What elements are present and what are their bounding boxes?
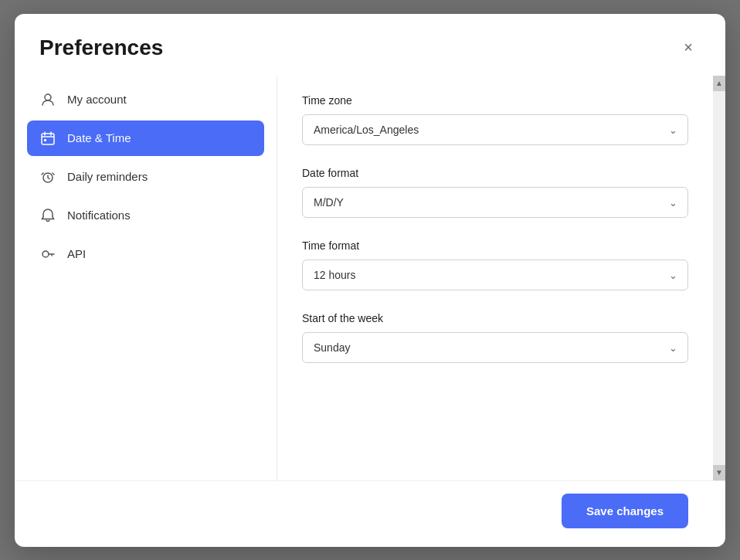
sidebar-label-api: API bbox=[67, 247, 86, 260]
sidebar-label-notifications: Notifications bbox=[67, 209, 131, 222]
bell-icon bbox=[39, 207, 56, 224]
timezone-label: Time zone bbox=[302, 94, 688, 107]
sidebar-item-api[interactable]: API bbox=[27, 236, 264, 272]
sidebar-label-daily-reminders: Daily reminders bbox=[67, 170, 148, 183]
sidebar-item-notifications[interactable]: Notifications bbox=[27, 198, 264, 233]
timezone-section: Time zone America/Los_Angeles America/Ne… bbox=[302, 94, 688, 145]
scrollbar-rail: ▲ ▼ bbox=[713, 76, 725, 480]
svg-point-4 bbox=[42, 251, 49, 257]
person-icon bbox=[39, 91, 56, 108]
week-start-select[interactable]: Sunday Monday Saturday bbox=[302, 332, 688, 363]
sidebar-label-my-account: My account bbox=[67, 93, 127, 106]
sidebar-item-my-account[interactable]: My account bbox=[27, 82, 264, 117]
content-area: Time zone America/Los_Angeles America/Ne… bbox=[277, 76, 713, 480]
modal-footer: Save changes bbox=[15, 480, 725, 547]
date-format-label: Date format bbox=[302, 167, 688, 179]
time-format-select[interactable]: 12 hours 24 hours bbox=[302, 260, 688, 290]
sidebar-item-date-time[interactable]: Date & Time bbox=[27, 120, 264, 156]
svg-point-0 bbox=[45, 94, 51, 100]
time-format-section: Time format 12 hours 24 hours ⌄ bbox=[302, 239, 688, 290]
week-start-label: Start of the week bbox=[302, 312, 688, 324]
date-format-select-wrapper: M/D/Y D/M/Y Y/M/D MM-DD-YYYY ⌄ bbox=[302, 187, 688, 218]
date-format-section: Date format M/D/Y D/M/Y Y/M/D MM-DD-YYYY… bbox=[302, 167, 688, 218]
timezone-select[interactable]: America/Los_Angeles America/New_York Ame… bbox=[302, 114, 688, 145]
modal-body: My account Date & Time bbox=[15, 76, 725, 480]
preferences-modal: Preferences × My account bbox=[15, 14, 725, 547]
svg-rect-1 bbox=[42, 134, 54, 144]
svg-rect-2 bbox=[44, 139, 46, 141]
save-changes-button[interactable]: Save changes bbox=[562, 494, 688, 528]
timezone-select-wrapper: America/Los_Angeles America/New_York Ame… bbox=[302, 114, 688, 145]
week-start-section: Start of the week Sunday Monday Saturday… bbox=[302, 312, 688, 363]
date-format-select[interactable]: M/D/Y D/M/Y Y/M/D MM-DD-YYYY bbox=[302, 187, 688, 218]
close-button[interactable]: × bbox=[676, 36, 701, 60]
sidebar-item-daily-reminders[interactable]: Daily reminders bbox=[27, 159, 264, 195]
scrollbar-up-button[interactable]: ▲ bbox=[713, 76, 725, 91]
scrollbar-down-button[interactable]: ▼ bbox=[713, 465, 725, 480]
time-format-label: Time format bbox=[302, 239, 688, 252]
week-start-select-wrapper: Sunday Monday Saturday ⌄ bbox=[302, 332, 688, 363]
sidebar-label-date-time: Date & Time bbox=[67, 131, 131, 144]
calendar-icon bbox=[39, 130, 56, 147]
time-format-select-wrapper: 12 hours 24 hours ⌄ bbox=[302, 260, 688, 290]
modal-title: Preferences bbox=[39, 36, 163, 60]
alarm-icon bbox=[39, 168, 56, 185]
key-icon bbox=[39, 246, 56, 263]
sidebar: My account Date & Time bbox=[15, 76, 277, 480]
modal-header: Preferences × bbox=[15, 14, 725, 76]
